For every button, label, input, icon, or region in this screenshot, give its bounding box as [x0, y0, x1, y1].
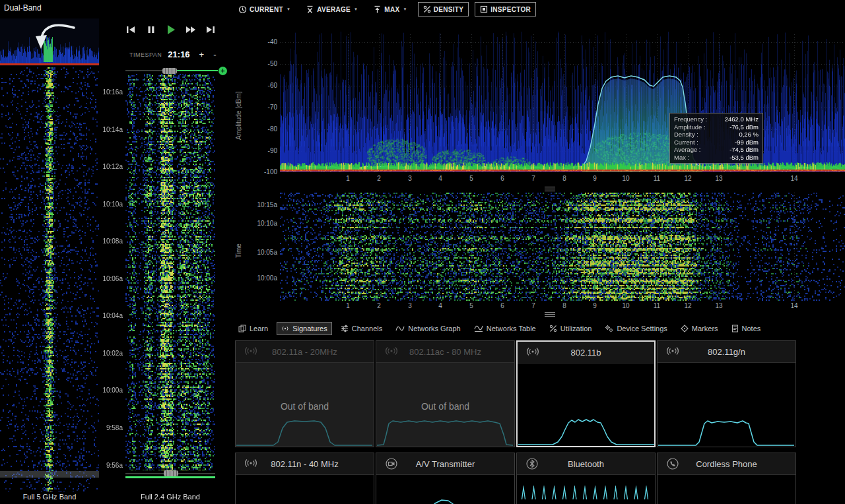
wf-channel-tick: 4: [434, 302, 447, 309]
chevron-down-icon: ▼: [354, 7, 358, 11]
channel-tick: 8: [558, 175, 571, 182]
tooltip-max: -53,5 dBm: [729, 154, 759, 162]
time-label: 10:14a: [96, 126, 123, 133]
ytick: -90: [256, 147, 277, 154]
channel-tick: 6: [496, 175, 509, 182]
wf-ytick: 10:05a: [256, 249, 277, 256]
radio-transmitter-icon: [666, 345, 679, 358]
tab-networks-graph[interactable]: Networks Graph: [391, 322, 465, 335]
waterfall-24ghz[interactable]: [125, 74, 215, 470]
sliders-icon: [341, 325, 349, 332]
timespan-slider-track[interactable]: [125, 70, 164, 71]
radio-transmitter-icon: [385, 345, 398, 358]
timespan-slider-handle[interactable]: [162, 68, 177, 74]
average-trace-button[interactable]: AVERAGE ▼: [301, 3, 362, 16]
ytick: -100: [256, 168, 277, 175]
signature-card-80211gn[interactable]: 802.11g/n: [657, 340, 796, 447]
signature-waveform: [658, 486, 794, 504]
clock-icon: [238, 5, 247, 14]
wf-channel-tick: 6: [496, 302, 509, 309]
current-trace-button[interactable]: CURRENT ▼: [234, 3, 295, 16]
signature-card-80211ac-80mhz[interactable]: 802.11ac - 80 MHz Out of band: [376, 340, 515, 447]
ytick: -80: [256, 125, 277, 133]
signature-card-80211n-40mhz[interactable]: 802.11n - 40 MHz: [235, 453, 374, 504]
channel-tick: 1: [341, 175, 355, 182]
band-5ghz-label: Full 5 GHz Band: [0, 493, 99, 501]
ytick: -40: [256, 38, 277, 46]
wf-channel-tick: 7: [527, 302, 540, 309]
skip-to-end-button[interactable]: [202, 22, 219, 37]
timespan-decrease-button[interactable]: -: [213, 50, 216, 59]
ytick: -60: [256, 82, 277, 89]
signature-waveform: [377, 486, 513, 504]
ytick: -70: [256, 104, 277, 111]
waterfall-5ghz[interactable]: [0, 67, 99, 491]
wf-channel-tick: 5: [465, 302, 478, 309]
density-toggle-button[interactable]: DENSITY: [418, 2, 469, 16]
pause-button[interactable]: [143, 22, 159, 37]
bottom-slider-handle[interactable]: [164, 470, 178, 476]
time-label: 9:56a: [96, 462, 123, 469]
play-button[interactable]: [162, 22, 179, 37]
signature-card-80211b[interactable]: 802.11b: [516, 340, 656, 447]
timespan-value: 21:16: [168, 49, 189, 59]
inspector-toggle-button[interactable]: INSPECTOR: [475, 2, 536, 16]
wave-table-icon: [474, 325, 483, 332]
time-label: 10:10a: [96, 201, 123, 208]
tab-channels[interactable]: Channels: [336, 322, 387, 335]
channel-tick: 12: [681, 175, 694, 182]
tab-utilization[interactable]: Utilization: [545, 322, 597, 335]
tab-notes[interactable]: Notes: [727, 322, 766, 335]
channel-tick: 11: [650, 175, 663, 182]
timespan-controls: TIMESPAN 21:16 + -: [129, 49, 217, 59]
band-overview-thumbnail[interactable]: [0, 18, 99, 66]
signature-card-80211a-20mhz[interactable]: 802.11a - 20MHz Out of band: [235, 340, 374, 447]
app-title: Dual-Band: [4, 3, 42, 13]
av-transmitter-icon: [385, 457, 398, 470]
splitter-handle[interactable]: [545, 187, 555, 191]
time-label: 10:00a: [96, 387, 123, 394]
chevron-down-icon: ▼: [403, 7, 407, 11]
wave-icon: [395, 325, 405, 332]
fast-forward-button[interactable]: [182, 22, 199, 37]
channel-tick: 10: [619, 175, 632, 182]
time-axis-label: Time: [235, 228, 242, 274]
tab-signatures[interactable]: Signatures: [277, 322, 332, 335]
wf-channel-tick: 9: [588, 302, 601, 309]
waterfall-main[interactable]: [280, 193, 845, 301]
amplitude-axis-label: Amplitude [dBm]: [235, 66, 242, 165]
signature-waveform: [236, 486, 372, 504]
channel-tick: 4: [434, 175, 447, 182]
tab-networks-table[interactable]: Networks Table: [469, 322, 541, 335]
tab-device-settings[interactable]: Device Settings: [600, 322, 671, 335]
splitter-handle[interactable]: [545, 312, 555, 317]
tab-markers[interactable]: Markers: [676, 322, 723, 335]
signature-waveform: [236, 412, 372, 447]
app-window: Dual-Band Full 5 GHz Band TIMESPAN 21:16…: [0, 0, 845, 504]
wf-ytick: 10:10a: [256, 220, 277, 227]
radio-transmitter-icon: [244, 457, 257, 470]
signature-card-av-transmitter[interactable]: A/V Transmitter: [376, 453, 515, 504]
live-position-marker: [125, 476, 215, 478]
note-icon: [731, 325, 739, 332]
channel-tick: 5: [465, 175, 478, 182]
channel-tick: 13: [712, 175, 726, 182]
time-label: 10:16a: [96, 88, 123, 96]
wf-channel-tick: 3: [403, 302, 417, 309]
timespan-slider-range: [177, 70, 218, 71]
wf-channel-tick: 11: [650, 302, 663, 309]
cordless-phone-icon: [666, 457, 679, 470]
time-label: 10:06a: [96, 275, 123, 282]
max-trace-button[interactable]: MAX ▼: [368, 3, 411, 16]
signatures-grid: 802.11a - 20MHz Out of band 802.11ac - 8…: [235, 340, 796, 504]
out-of-band-status: Out of band: [376, 401, 514, 412]
wf-channel-tick: 13: [712, 302, 726, 309]
channel-tick: 3: [403, 175, 417, 182]
tab-learn[interactable]: Learn: [234, 322, 273, 335]
wf-ytick: 10:00a: [256, 274, 277, 282]
skip-to-start-button[interactable]: [123, 22, 139, 37]
signature-card-bluetooth[interactable]: Bluetooth: [516, 453, 656, 504]
signature-card-cordless-phone[interactable]: Cordless Phone: [657, 453, 796, 504]
timespan-increase-button[interactable]: +: [199, 50, 205, 59]
zoom-in-button[interactable]: +: [219, 67, 227, 75]
